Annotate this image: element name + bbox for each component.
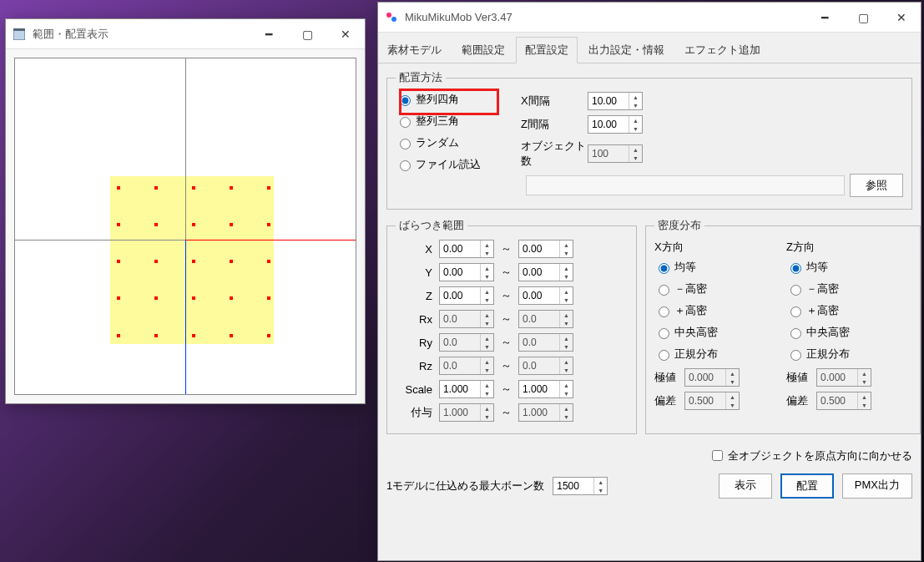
var-Rz-max: ▲▼ bbox=[518, 357, 573, 375]
tilde: ～ bbox=[501, 265, 512, 280]
density-x-radio-3[interactable]: 中央高密 bbox=[654, 325, 780, 340]
minimize-button[interactable]: ━ bbox=[805, 3, 844, 32]
placement-dot bbox=[230, 223, 233, 226]
spinner-arrows-icon[interactable]: ▲▼ bbox=[559, 264, 573, 281]
var-Rz-min: ▲▼ bbox=[439, 357, 494, 375]
tab-1[interactable]: 範囲設定 bbox=[452, 37, 514, 63]
close-button[interactable]: ✕ bbox=[326, 19, 365, 48]
var-Y-min[interactable]: ▲▼ bbox=[439, 263, 494, 281]
density-x-radio-2[interactable]: ＋高密 bbox=[654, 303, 780, 318]
place-button[interactable]: 配置 bbox=[780, 473, 834, 499]
density-z-radio-4[interactable]: 正規分布 bbox=[786, 347, 911, 362]
max-bones-label: 1モデルに仕込める最大ボーン数 bbox=[386, 478, 544, 494]
var-label-Ry: Ry bbox=[396, 337, 432, 349]
highlight-annotation bbox=[399, 89, 499, 115]
deviation-x-label: 偏差 bbox=[654, 393, 684, 408]
density-legend: 密度分布 bbox=[654, 218, 704, 233]
var-Rx-max: ▲▼ bbox=[518, 310, 573, 328]
pmx-export-button[interactable]: PMX出力 bbox=[842, 473, 912, 499]
var-Y-max[interactable]: ▲▼ bbox=[518, 263, 573, 281]
var-label-Z: Z bbox=[396, 290, 432, 302]
svg-point-2 bbox=[386, 13, 391, 18]
placement-radio-2[interactable]: ランダム bbox=[396, 135, 496, 150]
canvas-wrap bbox=[6, 49, 365, 403]
spinner-arrows-icon: ▲▼ bbox=[480, 311, 493, 327]
var-Z-min[interactable]: ▲▼ bbox=[439, 286, 494, 305]
var-Z-max[interactable]: ▲▼ bbox=[518, 286, 573, 305]
placement-method-group: 配置方法 整列四角整列三角ランダムファイル読込 X間隔 ▲▼ Z間隔 ▲▼ オブ… bbox=[386, 70, 912, 210]
spinner-arrows-icon[interactable]: ▲▼ bbox=[559, 381, 573, 397]
placement-radio-3[interactable]: ファイル読込 bbox=[396, 157, 496, 172]
main-titlebar: MikuMikuMob Ver3.47 ━ ▢ ✕ bbox=[378, 3, 921, 33]
spinner-arrows-icon: ▲▼ bbox=[725, 392, 739, 409]
maximize-button[interactable]: ▢ bbox=[288, 19, 326, 48]
face-origin-checkbox[interactable]: 全オブジェクトを原点方向に向かせる bbox=[386, 448, 912, 463]
density-group: 密度分布 X方向 均等－高密＋高密中央高密正規分布 極値 ▲▼ 偏差 ▲▼ Z方… bbox=[645, 218, 921, 434]
var-Ry-min: ▲▼ bbox=[439, 333, 494, 352]
placement-dot bbox=[154, 260, 158, 263]
placement-dot bbox=[267, 223, 270, 226]
preview-canvas[interactable] bbox=[14, 58, 356, 395]
placement-dot bbox=[267, 334, 270, 337]
spinner-arrows-icon: ▲▼ bbox=[857, 392, 871, 409]
placement-dot bbox=[117, 260, 120, 263]
spinner-arrows-icon[interactable]: ▲▼ bbox=[480, 287, 493, 304]
var-X-min[interactable]: ▲▼ bbox=[439, 240, 494, 258]
placement-dot bbox=[267, 260, 270, 263]
density-z-radio-3[interactable]: 中央高密 bbox=[786, 325, 911, 340]
placement-dot bbox=[117, 296, 120, 300]
placement-dot bbox=[154, 223, 158, 226]
spinner-arrows-icon[interactable]: ▲▼ bbox=[480, 264, 493, 281]
placement-dot bbox=[192, 296, 195, 300]
tab-2[interactable]: 配置設定 bbox=[516, 37, 578, 63]
density-x-radio-0[interactable]: 均等 bbox=[654, 260, 780, 275]
show-button[interactable]: 表示 bbox=[719, 473, 772, 499]
var-label-Y: Y bbox=[396, 266, 432, 279]
density-x-radio-4[interactable]: 正規分布 bbox=[654, 347, 780, 362]
var-Scale-min[interactable]: ▲▼ bbox=[439, 380, 494, 398]
spinner-arrows-icon: ▲▼ bbox=[559, 311, 573, 327]
var-label-Rx: Rx bbox=[396, 313, 432, 326]
spinner-arrows-icon[interactable]: ▲▼ bbox=[559, 240, 573, 257]
z-interval-label: Z間隔 bbox=[521, 117, 588, 132]
var-X-max[interactable]: ▲▼ bbox=[518, 240, 573, 258]
spinner-arrows-icon: ▲▼ bbox=[480, 334, 493, 351]
spinner-arrows-icon[interactable]: ▲▼ bbox=[559, 287, 573, 304]
spinner-arrows-icon[interactable]: ▲▼ bbox=[480, 381, 493, 397]
maximize-button[interactable]: ▢ bbox=[844, 3, 882, 32]
placement-radio-1[interactable]: 整列三角 bbox=[396, 114, 496, 129]
var-Scale-max[interactable]: ▲▼ bbox=[518, 380, 573, 398]
spinner-arrows-icon[interactable]: ▲▼ bbox=[480, 240, 493, 257]
tab-0[interactable]: 素材モデル bbox=[378, 37, 451, 63]
spinner-arrows-icon[interactable]: ▲▼ bbox=[629, 93, 642, 109]
spinner-arrows-icon[interactable]: ▲▼ bbox=[593, 478, 607, 494]
density-x-legend: X方向 bbox=[654, 240, 780, 255]
x-interval-input[interactable]: ▲▼ bbox=[588, 92, 643, 110]
extreme-x-input: ▲▼ bbox=[684, 368, 740, 387]
density-z-radio-2[interactable]: ＋高密 bbox=[786, 303, 911, 318]
file-path-input[interactable] bbox=[526, 175, 845, 195]
placement-dot bbox=[192, 223, 195, 226]
tilde: ～ bbox=[501, 241, 512, 256]
var-付与-max: ▲▼ bbox=[518, 403, 573, 422]
tab-4[interactable]: エフェクト追加 bbox=[675, 37, 770, 63]
tab-3[interactable]: 出力設定・情報 bbox=[579, 37, 674, 63]
close-button[interactable]: ✕ bbox=[882, 3, 921, 32]
placement-dot bbox=[192, 186, 195, 190]
density-z-radio-0[interactable]: 均等 bbox=[786, 260, 911, 275]
variation-legend: ばらつき範囲 bbox=[396, 218, 467, 233]
max-bones-input[interactable]: ▲▼ bbox=[553, 477, 608, 495]
app-icon bbox=[385, 11, 398, 24]
minimize-button[interactable]: ━ bbox=[250, 19, 288, 48]
browse-button[interactable]: 参照 bbox=[850, 174, 903, 197]
object-count-label: オブジェクト数 bbox=[521, 139, 588, 169]
placement-dot bbox=[117, 223, 120, 226]
var-label-Rz: Rz bbox=[396, 360, 432, 372]
spinner-arrows-icon: ▲▼ bbox=[725, 369, 739, 386]
spinner-arrows-icon[interactable]: ▲▼ bbox=[629, 116, 642, 133]
tilde: ～ bbox=[501, 335, 512, 350]
z-interval-input[interactable]: ▲▼ bbox=[588, 115, 643, 134]
svg-rect-1 bbox=[13, 28, 25, 31]
density-x-radio-1[interactable]: －高密 bbox=[654, 281, 780, 296]
density-z-radio-1[interactable]: －高密 bbox=[786, 281, 911, 296]
